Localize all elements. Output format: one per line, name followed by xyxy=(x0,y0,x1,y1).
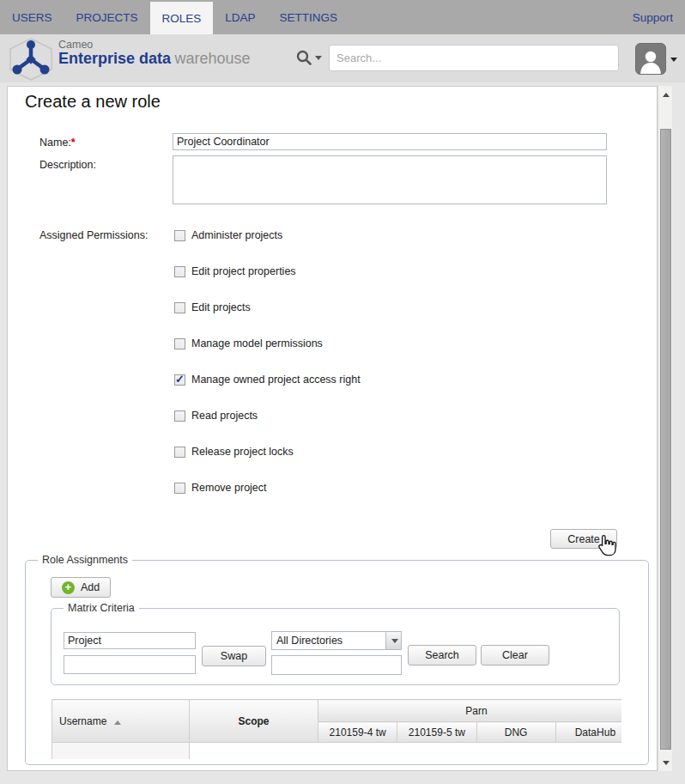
column-header-scope[interactable]: Scope xyxy=(190,700,318,743)
assigned-permissions-label: Assigned Permissions: xyxy=(39,229,148,241)
column-header-project[interactable]: DNG xyxy=(476,722,555,743)
permission-label: Edit project properties xyxy=(191,265,296,277)
column-filter-input[interactable] xyxy=(271,655,402,675)
column-header-username[interactable]: Username xyxy=(52,700,190,743)
permission-row: Read projects xyxy=(174,409,258,422)
chevron-down-icon xyxy=(391,639,398,643)
table-row xyxy=(52,743,622,760)
permission-label: Edit projects xyxy=(191,301,251,313)
nav-item-projects[interactable]: PROJECTS xyxy=(64,0,150,34)
matrix-clear-button[interactable]: Clear xyxy=(481,645,549,665)
permission-label: Release project locks xyxy=(191,446,294,458)
username-header-text: Username xyxy=(59,715,106,727)
search-scope-dropdown[interactable] xyxy=(295,46,324,70)
brand-wordmark: Cameo Enterprise data warehouse xyxy=(58,40,251,67)
permission-checkbox[interactable] xyxy=(174,483,185,494)
vertical-scrollbar[interactable] xyxy=(658,86,672,771)
role-assignments-legend: Role Assignments xyxy=(38,554,132,566)
name-label: Name:* xyxy=(39,137,76,149)
row-type-input[interactable] xyxy=(64,632,196,649)
select-dropdown-button[interactable] xyxy=(385,632,401,649)
scroll-down-button[interactable] xyxy=(658,756,673,769)
role-name-input[interactable] xyxy=(173,133,607,150)
nav-item-roles[interactable]: ROLES xyxy=(150,2,214,34)
name-label-text: Name: xyxy=(39,137,71,149)
directory-select[interactable]: All Directories xyxy=(271,631,402,650)
permission-row: Release project locks xyxy=(174,445,294,459)
matrix-search-button[interactable]: Search xyxy=(408,645,476,665)
permission-row: Edit project properties xyxy=(174,264,296,278)
role-description-textarea[interactable] xyxy=(173,155,607,204)
permission-label: Manage model permissions xyxy=(191,337,323,349)
permission-checkbox[interactable] xyxy=(174,374,185,386)
permission-label: Read projects xyxy=(191,410,258,422)
page-title: Create a new role xyxy=(25,92,161,112)
permission-row: Edit projects xyxy=(174,301,251,314)
column-header-project[interactable]: 210159-5 tw xyxy=(397,722,476,743)
scrollbar-thumb[interactable] xyxy=(660,129,671,750)
cameo-logo-icon xyxy=(7,37,55,85)
user-avatar[interactable] xyxy=(635,43,666,75)
chevron-down-icon xyxy=(315,56,322,60)
plus-circle-icon: + xyxy=(62,581,75,594)
search-icon xyxy=(295,49,312,66)
description-label: Description: xyxy=(39,159,96,171)
permission-label: Manage owned project access right xyxy=(191,374,361,386)
permission-row: Remove project xyxy=(174,481,267,495)
role-assignments-fieldset: Role Assignments + Add Matrix Criteria S… xyxy=(25,560,649,765)
add-button[interactable]: + Add xyxy=(51,577,111,598)
permission-checkbox[interactable] xyxy=(174,447,185,458)
permission-checkbox[interactable] xyxy=(174,338,185,349)
empty-row-cell xyxy=(190,743,622,760)
empty-username-cell xyxy=(52,743,190,760)
permission-checkbox[interactable] xyxy=(174,266,185,277)
nav-item-ldap[interactable]: LDAP xyxy=(213,0,267,34)
nav-spacer xyxy=(349,0,621,34)
permission-checkbox[interactable] xyxy=(174,302,185,313)
matrix-criteria-legend: Matrix Criteria xyxy=(64,602,139,614)
required-asterisk: * xyxy=(71,137,76,149)
create-button[interactable]: Create xyxy=(550,529,617,549)
app-window: USERS PROJECTS ROLES LDAP SETTINGS Suppo… xyxy=(0,0,685,784)
column-header-project[interactable]: DataHub xyxy=(555,722,621,743)
add-button-label: Add xyxy=(81,581,100,593)
main-panel: Create a new role Name:* Description: As… xyxy=(7,86,658,771)
search-input[interactable] xyxy=(329,45,619,71)
permission-label: Administer projects xyxy=(191,229,282,241)
app-header: Cameo Enterprise data warehouse xyxy=(0,34,685,82)
permission-row: Administer projects xyxy=(174,228,282,242)
sort-ascending-icon xyxy=(114,720,121,725)
permission-row: Manage model permissions xyxy=(174,337,323,350)
nav-item-users[interactable]: USERS xyxy=(0,0,64,34)
nav-item-settings[interactable]: SETTINGS xyxy=(268,0,350,34)
matrix-criteria-fieldset: Matrix Criteria Swap All Directories Sea… xyxy=(51,608,620,685)
brand-strong: Enterprise data xyxy=(58,50,171,67)
permission-label: Remove project xyxy=(191,482,267,494)
column-group-header[interactable]: Parn xyxy=(318,700,622,722)
triangle-up-icon xyxy=(663,93,670,97)
scroll-up-button[interactable] xyxy=(658,88,673,101)
column-header-project[interactable]: 210159-4 tw xyxy=(318,722,397,743)
swap-button[interactable]: Swap xyxy=(202,646,266,666)
brand-light: warehouse xyxy=(175,50,251,67)
triangle-down-icon xyxy=(663,761,670,765)
permission-checkbox[interactable] xyxy=(174,410,185,422)
top-navbar: USERS PROJECTS ROLES LDAP SETTINGS Suppo… xyxy=(0,0,685,34)
row-filter-input[interactable] xyxy=(64,655,196,674)
permission-checkbox[interactable] xyxy=(174,230,185,241)
assignment-matrix: Username Scope Parn 210159-4 tw 210159-5… xyxy=(52,699,621,759)
directory-select-value: All Directories xyxy=(272,635,385,647)
permission-row: Manage owned project access right xyxy=(174,373,361,386)
support-link[interactable]: Support xyxy=(621,0,685,34)
person-icon xyxy=(638,48,664,74)
avatar-menu-caret[interactable] xyxy=(670,58,677,62)
